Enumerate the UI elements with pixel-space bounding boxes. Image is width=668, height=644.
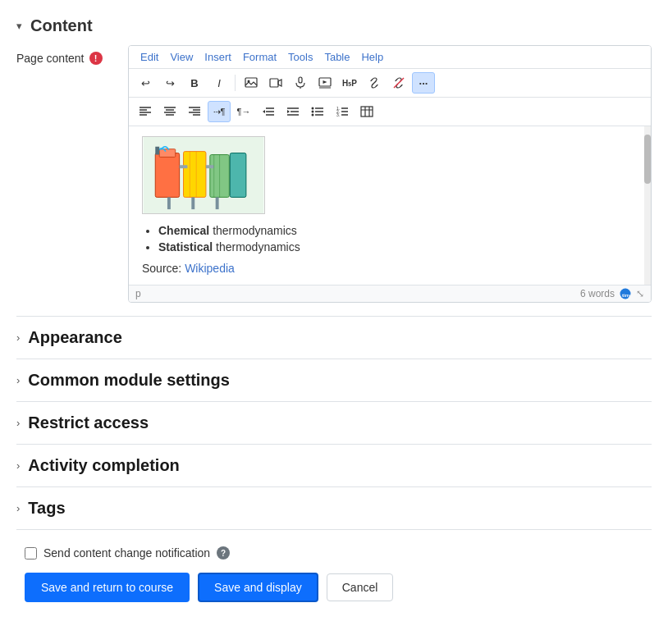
editor-source: Source: Wikipedia: [142, 262, 638, 275]
content-section-title: Content: [30, 16, 93, 35]
align-center-button[interactable]: [158, 101, 181, 122]
undo-button[interactable]: ↩: [134, 72, 157, 94]
bullet1-rest: thermodynamics: [209, 224, 297, 237]
image-icon: [245, 76, 258, 89]
editor-scroll-area: Chemical thermodynamics Statistical ther…: [129, 126, 651, 285]
wikipedia-link[interactable]: Wikipedia: [185, 262, 235, 275]
menu-help[interactable]: Help: [356, 49, 388, 65]
menu-edit[interactable]: Edit: [135, 49, 163, 65]
insert-link-button[interactable]: [363, 72, 386, 94]
appearance-title: Appearance: [28, 328, 122, 347]
resize-handle[interactable]: ⤡: [636, 288, 644, 299]
tags-title: Tags: [28, 499, 65, 518]
editor-scrollbar-thumb[interactable]: [644, 135, 651, 184]
unlink-icon: [392, 76, 405, 89]
insert-table-button[interactable]: [355, 101, 378, 122]
embed-media-button[interactable]: [313, 72, 336, 94]
help-icon[interactable]: ?: [217, 546, 230, 560]
content-section-header[interactable]: ▾ Content: [16, 8, 652, 45]
source-label: Source:: [142, 262, 185, 275]
appearance-section[interactable]: › Appearance: [16, 317, 652, 359]
menu-view[interactable]: View: [165, 49, 198, 65]
redo-button[interactable]: ↪: [158, 72, 181, 94]
content-row: Page content ! Edit View Insert Format T…: [16, 45, 652, 317]
italic-button[interactable]: I: [208, 72, 231, 94]
save-return-button[interactable]: Save and return to course: [25, 573, 190, 602]
outdent-button[interactable]: [257, 101, 280, 122]
paragraph-format-button[interactable]: ¶→: [232, 101, 255, 122]
link-icon: [368, 76, 381, 89]
svg-rect-58: [230, 153, 246, 198]
numbered-list-icon: 1. 2. 3.: [336, 106, 349, 117]
bullet2-bold: Statistical: [158, 240, 213, 253]
menu-format[interactable]: Format: [238, 49, 281, 65]
editor-toolbar-row2: ⇢¶ ¶→: [129, 98, 651, 126]
tiny-logo-icon: tiny: [620, 288, 631, 299]
menu-tools[interactable]: Tools: [283, 49, 318, 65]
menu-table[interactable]: Table: [319, 49, 355, 65]
svg-text:tiny: tiny: [622, 293, 631, 298]
tiny-badge: tiny: [620, 288, 631, 299]
svg-marker-30: [287, 110, 290, 113]
table-icon: [360, 106, 373, 117]
more-tools-button[interactable]: ···: [412, 72, 435, 94]
svg-line-10: [394, 78, 404, 88]
align-right-button[interactable]: [183, 101, 206, 122]
bullet-item-2: Statistical thermodynamics: [158, 240, 638, 253]
cancel-button[interactable]: Cancel: [327, 573, 394, 601]
save-display-button[interactable]: Save and display: [198, 573, 318, 602]
tags-section[interactable]: › Tags: [16, 487, 652, 530]
restrict-access-section[interactable]: › Restrict access: [16, 402, 652, 445]
common-module-settings-section[interactable]: › Common module settings: [16, 359, 652, 402]
content-chevron-icon: ▾: [16, 20, 22, 32]
editor-statusbar: p 6 words tiny ⤡: [129, 285, 651, 302]
indent-icon: [286, 106, 300, 117]
svg-rect-48: [155, 153, 179, 198]
action-buttons: Save and return to course Save and displ…: [16, 573, 652, 602]
svg-rect-55: [191, 197, 194, 209]
bullet1-bold: Chemical: [158, 224, 209, 237]
menu-insert[interactable]: Insert: [199, 49, 236, 65]
svg-rect-4: [299, 77, 302, 83]
h5p-button[interactable]: H₅P: [338, 72, 361, 94]
svg-rect-43: [361, 107, 373, 116]
numbered-list-button[interactable]: 1. 2. 3.: [331, 101, 354, 122]
tinymce-editor[interactable]: Edit View Insert Format Tools Table Help…: [128, 45, 652, 303]
bold-button[interactable]: B: [183, 72, 206, 94]
editor-image-container: [142, 136, 638, 214]
editor-content-area[interactable]: Chemical thermodynamics Statistical ther…: [129, 126, 651, 285]
activity-completion-section[interactable]: › Activity completion: [16, 445, 652, 487]
content-label-area: Page content !: [16, 45, 115, 65]
svg-rect-0: [245, 78, 257, 87]
svg-point-33: [312, 114, 314, 116]
svg-rect-53: [206, 165, 214, 168]
indent-button[interactable]: [281, 101, 304, 122]
align-left-icon: [139, 106, 152, 117]
page-content-label: Page content: [16, 52, 85, 65]
svg-rect-56: [216, 197, 219, 209]
align-left-button[interactable]: [134, 101, 157, 122]
remove-link-button[interactable]: [387, 72, 410, 94]
notification-label: Send content change notification: [43, 546, 210, 560]
activity-completion-title: Activity completion: [28, 456, 179, 475]
insert-audio-button[interactable]: [289, 72, 312, 94]
svg-rect-52: [180, 165, 188, 168]
svg-marker-8: [323, 80, 327, 84]
svg-point-31: [312, 107, 314, 110]
tags-chevron-icon: ›: [16, 502, 20, 514]
editor-scrollbar[interactable]: [644, 126, 651, 285]
align-right-icon: [188, 106, 201, 117]
notification-checkbox[interactable]: [25, 547, 37, 560]
ltr-button[interactable]: ⇢¶: [208, 101, 231, 122]
bullet-list-button[interactable]: [306, 101, 329, 122]
notification-row: Send content change notification ?: [16, 546, 652, 560]
insert-video-button[interactable]: [264, 72, 287, 94]
editor-toolbar-row1: ↩ ↪ B I: [129, 69, 651, 98]
svg-rect-57: [155, 147, 159, 155]
insert-image-button[interactable]: [240, 72, 263, 94]
outdent-icon: [262, 106, 275, 117]
restrict-access-title: Restrict access: [28, 413, 149, 432]
embed-icon: [318, 76, 332, 89]
bullet-list-icon: [311, 106, 324, 117]
error-icon: !: [89, 52, 103, 65]
